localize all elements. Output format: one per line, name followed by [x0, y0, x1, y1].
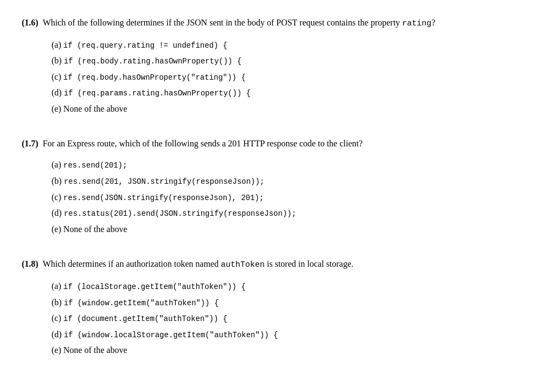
option-label-q1_7-0: (a) — [52, 158, 61, 172]
option-content-q1_6-1: if (req.body.rating.hasOwnProperty()) { — [64, 55, 242, 67]
question-inline-code-q1_6: rating — [402, 19, 431, 28]
option-item-q1_6-1: (b) if (req.body.rating.hasOwnProperty()… — [52, 54, 515, 68]
option-item-q1_7-4: (e) None of the above — [52, 222, 515, 236]
option-content-q1_6-3: if (req.params.rating.hasOwnProperty()) … — [64, 87, 251, 99]
option-item-q1_6-3: (d) if (req.params.rating.hasOwnProperty… — [52, 86, 515, 100]
option-content-q1_6-4: None of the above — [63, 102, 127, 116]
question-text-q1_8: Which determines if an authorization tok… — [43, 258, 354, 272]
option-label-q1_8-0: (a) — [52, 279, 61, 293]
option-content-q1_8-3: if (window.localStorage.getItem("authTok… — [64, 329, 278, 341]
option-item-q1_8-1: (b) if (window.getItem("authToken")) { — [52, 295, 515, 310]
options-list-q1_8: (a) if (localStorage.getItem("authToken"… — [52, 279, 515, 357]
option-label-q1_6-3: (d) — [52, 86, 62, 100]
option-content-q1_7-0: res.send(201); — [63, 159, 127, 171]
option-label-q1_7-1: (b) — [52, 174, 62, 188]
question-header-q1_6: (1.6)Which of the following determines i… — [22, 16, 515, 30]
option-item-q1_7-1: (b) res.send(201, JSON.stringify(respons… — [52, 174, 515, 188]
question-number-q1_7: (1.7) — [22, 139, 39, 149]
option-content-q1_8-1: if (window.getItem("authToken")) { — [64, 297, 219, 309]
question-block-q1_7: (1.7)For an Express route, which of the … — [22, 137, 515, 236]
option-content-q1_8-0: if (localStorage.getItem("authToken")) { — [63, 281, 246, 293]
question-number-q1_8: (1.8) — [22, 259, 39, 269]
option-item-q1_8-0: (a) if (localStorage.getItem("authToken"… — [52, 279, 515, 293]
option-content-q1_7-2: res.send(JSON.stringify(responseJson), 2… — [63, 192, 264, 204]
option-item-q1_6-2: (c) if (req.body.hasOwnProperty("rating"… — [52, 70, 515, 84]
question-text-q1_6: Which of the following determines if the… — [43, 16, 436, 30]
option-label-q1_6-1: (b) — [52, 54, 62, 68]
option-content-q1_7-1: res.send(201, JSON.stringify(responseJso… — [64, 176, 265, 188]
question-number-q1_6: (1.6) — [22, 18, 39, 28]
option-content-q1_7-4: None of the above — [63, 222, 127, 236]
option-item-q1_7-2: (c) res.send(JSON.stringify(responseJson… — [52, 190, 515, 204]
option-content-q1_6-2: if (req.body.hasOwnProperty("rating")) { — [63, 72, 246, 83]
option-content-q1_8-4: None of the above — [63, 343, 127, 357]
option-content-q1_7-3: res.status(201).send(JSON.stringify(resp… — [64, 208, 296, 220]
option-label-q1_8-3: (d) — [52, 327, 62, 342]
question-text-q1_7: For an Express route, which of the follo… — [43, 137, 363, 150]
option-label-q1_6-4: (e) — [52, 102, 61, 116]
option-label-q1_6-0: (a) — [52, 38, 61, 52]
option-label-q1_6-2: (c) — [52, 70, 61, 84]
options-list-q1_7: (a) res.send(201);(b) res.send(201, JSON… — [52, 158, 515, 236]
option-label-q1_8-1: (b) — [52, 295, 62, 310]
option-label-q1_7-3: (d) — [52, 206, 62, 220]
question-header-q1_8: (1.8)Which determines if an authorizatio… — [22, 258, 515, 272]
option-label-q1_7-4: (e) — [52, 222, 61, 236]
option-content-q1_6-0: if (req.query.rating != undefined) { — [63, 40, 227, 52]
question-header-q1_7: (1.7)For an Express route, which of the … — [22, 137, 515, 150]
option-item-q1_7-0: (a) res.send(201); — [52, 158, 515, 172]
option-item-q1_6-4: (e) None of the above — [52, 102, 515, 116]
option-item-q1_8-3: (d) if (window.localStorage.getItem("aut… — [52, 327, 515, 342]
question-block-q1_6: (1.6)Which of the following determines i… — [22, 16, 515, 115]
option-item-q1_8-4: (e) None of the above — [52, 343, 515, 357]
questions-container: (1.6)Which of the following determines i… — [22, 16, 515, 357]
option-label-q1_8-2: (c) — [52, 311, 61, 325]
option-label-q1_7-2: (c) — [52, 190, 61, 204]
option-item-q1_6-0: (a) if (req.query.rating != undefined) { — [52, 38, 515, 52]
question-block-q1_8: (1.8)Which determines if an authorizatio… — [22, 258, 515, 357]
options-list-q1_6: (a) if (req.query.rating != undefined) {… — [52, 38, 515, 116]
option-content-q1_8-2: if (document.getItem("authToken")) { — [63, 313, 227, 325]
option-label-q1_8-4: (e) — [52, 343, 61, 357]
option-item-q1_7-3: (d) res.status(201).send(JSON.stringify(… — [52, 206, 515, 220]
option-item-q1_8-2: (c) if (document.getItem("authToken")) { — [52, 311, 515, 325]
question-inline-code-q1_8: authToken — [221, 260, 265, 269]
